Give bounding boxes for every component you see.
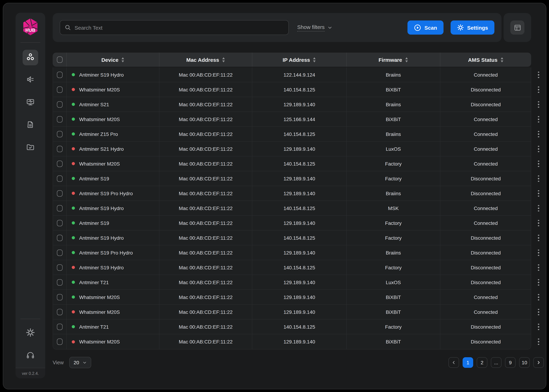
table-row[interactable]: Antminer S19 Pro HydroMac 00:AB:CD:EF:11… [53,245,531,260]
mac-address: Mac 00:AB:CD:EF:11:22 [159,260,252,275]
ams-status: Disconnected [440,319,531,334]
row-checkbox[interactable] [57,116,63,122]
table-row[interactable]: Antminer S19 HydroMac 00:AB:CD:EF:11:221… [53,67,531,82]
row-checkbox[interactable] [57,309,63,315]
row-checkbox[interactable] [57,235,63,241]
firmware: Braiins [347,67,440,82]
row-checkbox[interactable] [57,338,63,345]
prev-page-button[interactable] [448,357,459,368]
column-header-ip[interactable]: IP Address [252,53,347,67]
column-header-ams-status[interactable]: AMS Status [440,53,531,67]
row-menu-button[interactable] [533,305,544,319]
row-menu-button[interactable] [533,127,544,141]
search-icon [64,24,71,31]
table-body: Antminer S19 HydroMac 00:AB:CD:EF:11:221… [53,67,531,350]
page-button-1[interactable]: 1 [462,357,473,368]
row-menu-button[interactable] [533,186,544,201]
row-menu-button[interactable] [533,275,544,290]
table-row[interactable]: Antminer T21Mac 00:AB:CD:EF:11:22140.154… [53,319,531,334]
hub-logo[interactable]: HUB [22,18,38,36]
table-row[interactable]: Whatsminer M20SMac 00:AB:CD:EF:11:22125.… [53,112,531,127]
row-checkbox[interactable] [57,264,63,271]
row-menu-button[interactable] [533,156,544,171]
row-checkbox[interactable] [57,205,63,211]
column-layout-button[interactable] [510,21,524,35]
row-menu-button[interactable] [533,260,544,275]
row-menu-button[interactable] [533,171,544,186]
row-menu-button[interactable] [533,141,544,156]
mac-address: Mac 00:AB:CD:EF:11:22 [159,141,252,156]
row-checkbox[interactable] [57,161,63,167]
table-row[interactable]: Antminer S19 HydroMac 00:AB:CD:EF:11:221… [53,201,531,216]
table-row[interactable]: Antminer S19 Pro HydroMac 00:AB:CD:EF:11… [53,186,531,201]
mac-address: Mac 00:AB:CD:EF:11:22 [159,334,252,349]
ip-address: 129.189.9.140 [252,171,347,186]
row-checkbox[interactable] [57,86,63,93]
row-menu-button[interactable] [533,319,544,334]
row-menu-button[interactable] [533,231,544,245]
row-checkbox[interactable] [57,294,63,300]
table-row[interactable]: Antminer Z15 ProMac 00:AB:CD:EF:11:22140… [53,127,531,141]
page-button-10[interactable]: 10 [519,357,530,368]
sidebar-item-devices[interactable] [23,50,38,65]
status-dot [72,192,75,195]
row-checkbox[interactable] [57,190,63,196]
table-row[interactable]: Whatsminer M20SMac 00:AB:CD:EF:11:22140.… [53,82,531,97]
row-menu-button[interactable] [533,216,544,231]
sidebar-item-reports[interactable] [23,118,38,133]
table-row[interactable]: Whatsminer M20SMac 00:AB:CD:EF:11:22140.… [53,156,531,171]
sidebar-item-support[interactable] [23,348,38,364]
column-header-firmware[interactable]: Firmware [347,53,440,67]
row-menu-button[interactable] [533,201,544,216]
column-header-device[interactable]: Device [67,53,159,67]
search-box[interactable] [60,20,289,35]
sidebar-item-announcements[interactable] [23,72,38,88]
column-header-mac[interactable]: Mac Address [159,53,252,67]
row-checkbox[interactable] [57,131,63,137]
table-row[interactable]: Antminer S21Mac 00:AB:CD:EF:11:22129.189… [53,97,531,112]
ams-status: Connected [440,216,531,230]
row-checkbox[interactable] [57,175,63,182]
table-row[interactable]: Antminer S19 HydroMac 00:AB:CD:EF:11:221… [53,231,531,245]
gear-icon [26,328,35,338]
page-button-2[interactable]: 2 [477,357,487,368]
sidebar-item-tasks[interactable] [23,140,38,156]
table-row[interactable]: Antminer S19 HydroMac 00:AB:CD:EF:11:221… [53,260,531,275]
select-all-checkbox[interactable] [57,56,62,63]
sidebar-item-monitoring[interactable] [23,95,38,111]
table-row[interactable]: Antminer S19Mac 00:AB:CD:EF:11:22129.189… [53,171,531,186]
table-row[interactable]: Whatsminer M20SMac 00:AB:CD:EF:11:22129.… [53,334,531,349]
row-menu-button[interactable] [533,67,544,82]
sidebar-item-settings[interactable] [23,325,38,341]
firmware: Braiins [347,127,440,141]
table-row[interactable]: Whatsminer M20SMac 00:AB:CD:EF:11:22129.… [53,290,531,305]
row-checkbox[interactable] [57,146,63,152]
show-filters-toggle[interactable]: Show filters [297,24,332,31]
row-menu-button[interactable] [533,245,544,260]
row-menu-button[interactable] [533,112,544,127]
row-menu-button[interactable] [533,334,544,349]
row-checkbox[interactable] [57,323,63,330]
row-checkbox[interactable] [57,249,63,256]
next-page-button[interactable] [533,357,544,368]
row-checkbox[interactable] [57,101,63,107]
device-name: Whatsminer M20S [79,116,120,122]
search-input[interactable] [75,25,284,30]
table-row[interactable]: Antminer S21 HydroMac 00:AB:CD:EF:11:221… [53,141,531,156]
page-size-select[interactable]: 20 [69,357,91,368]
table-row[interactable]: Antminer T21Mac 00:AB:CD:EF:11:22129.189… [53,275,531,290]
table-row[interactable]: Whatsminer M20SMac 00:AB:CD:EF:11:22129.… [53,305,531,319]
row-menu-button[interactable] [533,82,544,97]
table-row[interactable]: Antminer S19Mac 00:AB:CD:EF:11:22129.189… [53,216,531,231]
settings-button[interactable]: Settings [451,21,494,35]
page-ellipsis-button[interactable]: ... [491,357,501,368]
row-checkbox[interactable] [57,220,63,226]
row-menu-button[interactable] [533,290,544,305]
row-checkbox[interactable] [57,279,63,285]
status-dot [72,132,75,136]
scan-button[interactable]: Scan [407,21,443,35]
row-checkbox[interactable] [57,71,63,78]
page-button-9[interactable]: 9 [505,357,516,368]
row-menu-button[interactable] [533,97,544,112]
ams-status: Disconnected [440,186,531,201]
